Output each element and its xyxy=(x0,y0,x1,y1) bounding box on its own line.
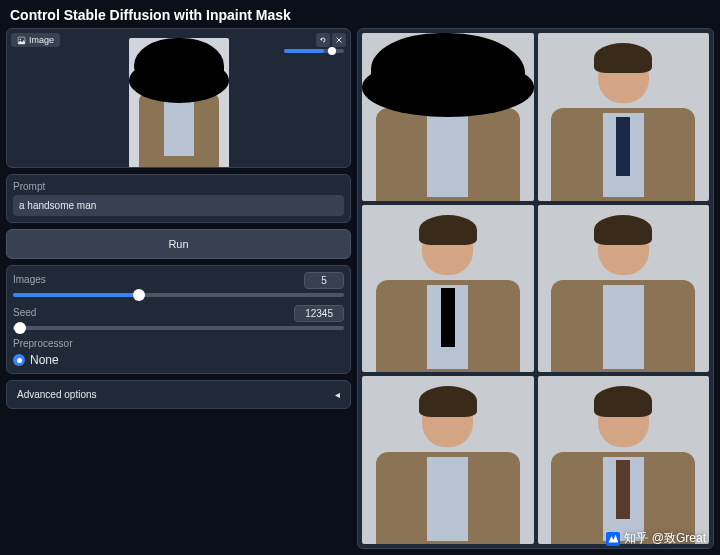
prompt-input[interactable] xyxy=(13,195,344,216)
watermark: 知乎 @致Great xyxy=(606,530,706,547)
prompt-panel: Prompt xyxy=(6,174,351,223)
gallery-image[interactable] xyxy=(538,376,710,544)
seed-slider[interactable] xyxy=(13,326,344,330)
zhihu-icon xyxy=(606,532,620,546)
settings-panel: Images 5 Seed 12345 Preprocessor xyxy=(6,265,351,374)
image-tab-label: Image xyxy=(29,35,54,45)
gallery-image[interactable] xyxy=(362,376,534,544)
radio-icon xyxy=(13,354,25,366)
gallery-image[interactable] xyxy=(362,33,534,201)
preprocessor-label: Preprocessor xyxy=(13,338,344,349)
gallery-image[interactable] xyxy=(538,205,710,373)
masked-input-image[interactable] xyxy=(129,38,229,168)
svg-point-1 xyxy=(20,38,21,39)
run-button[interactable]: Run xyxy=(6,229,351,259)
image-upload-panel[interactable]: Image xyxy=(6,28,351,168)
advanced-options-accordion[interactable]: Advanced options ◂ xyxy=(6,380,351,409)
preprocessor-option-none[interactable]: None xyxy=(13,353,344,367)
close-icon[interactable] xyxy=(332,33,346,47)
prompt-label: Prompt xyxy=(13,181,344,192)
seed-value[interactable]: 12345 xyxy=(294,305,344,322)
image-icon xyxy=(17,36,26,45)
brush-size-slider[interactable] xyxy=(284,49,344,53)
watermark-text: 知乎 @致Great xyxy=(624,530,706,547)
seed-label: Seed xyxy=(13,307,36,318)
output-gallery xyxy=(357,28,714,549)
images-slider[interactable] xyxy=(13,293,344,297)
images-value[interactable]: 5 xyxy=(304,272,344,289)
images-label: Images xyxy=(13,274,46,285)
undo-icon[interactable] xyxy=(316,33,330,47)
advanced-options-label: Advanced options xyxy=(17,389,97,400)
preprocessor-option-label: None xyxy=(30,353,59,367)
gallery-image[interactable] xyxy=(538,33,710,201)
gallery-image[interactable] xyxy=(362,205,534,373)
chevron-left-icon: ◂ xyxy=(335,389,340,400)
page-title: Control Stable Diffusion with Inpaint Ma… xyxy=(0,0,720,28)
image-tab[interactable]: Image xyxy=(11,33,60,47)
